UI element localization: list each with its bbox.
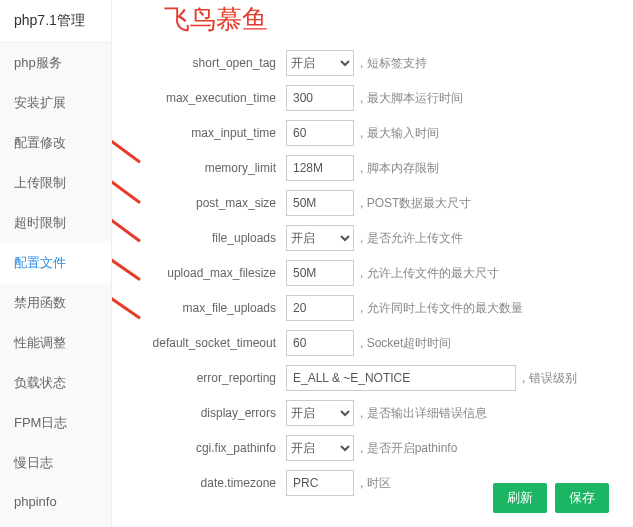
main-panel: 飞鸟慕鱼 short_open_tag开启, 短标签支持max_executio… [112, 0, 633, 527]
setting-desc: , 错误级别 [522, 370, 577, 387]
setting-field: 开启 [286, 435, 354, 461]
setting-desc-text: 允许上传文件的最大尺寸 [367, 266, 499, 280]
setting-field [286, 190, 354, 216]
separator: , [360, 301, 367, 315]
setting-select-short_open_tag[interactable]: 开启 [286, 50, 354, 76]
setting-select-display_errors[interactable]: 开启 [286, 400, 354, 426]
sidebar-item-9[interactable]: FPM日志 [0, 403, 111, 443]
setting-input-date.timezone[interactable] [286, 470, 354, 496]
setting-label: file_uploads [130, 231, 286, 245]
setting-desc-text: 错误级别 [529, 371, 577, 385]
setting-desc-text: 最大脚本运行时间 [367, 91, 463, 105]
separator: , [360, 441, 367, 455]
setting-row-memory_limit: memory_limit, 脚本内存限制 [130, 155, 615, 181]
sidebar-item-7[interactable]: 性能调整 [0, 323, 111, 363]
setting-field [286, 85, 354, 111]
setting-label: upload_max_filesize [130, 266, 286, 280]
setting-label: display_errors [130, 406, 286, 420]
setting-row-short_open_tag: short_open_tag开启, 短标签支持 [130, 50, 615, 76]
setting-field [286, 330, 354, 356]
refresh-button[interactable]: 刷新 [493, 483, 547, 513]
separator: , [360, 406, 367, 420]
setting-desc-text: 允许同时上传文件的最大数量 [367, 301, 523, 315]
app-root: php7.1管理 php服务安装扩展配置修改上传限制超时限制配置文件禁用函数性能… [0, 0, 633, 527]
setting-input-post_max_size[interactable] [286, 190, 354, 216]
sidebar-item-11[interactable]: phpinfo [0, 483, 111, 520]
setting-input-max_file_uploads[interactable] [286, 295, 354, 321]
setting-desc: , 最大输入时间 [360, 125, 439, 142]
setting-label: max_input_time [130, 126, 286, 140]
setting-input-memory_limit[interactable] [286, 155, 354, 181]
setting-row-cgi.fix_pathinfo: cgi.fix_pathinfo开启, 是否开启pathinfo [130, 435, 615, 461]
setting-desc: , 是否开启pathinfo [360, 440, 457, 457]
setting-field [286, 120, 354, 146]
separator: , [522, 371, 529, 385]
setting-field: 开启 [286, 50, 354, 76]
setting-input-error_reporting[interactable] [286, 365, 516, 391]
setting-row-max_execution_time: max_execution_time, 最大脚本运行时间 [130, 85, 615, 111]
sidebar-item-6[interactable]: 禁用函数 [0, 283, 111, 323]
setting-label: short_open_tag [130, 56, 286, 70]
setting-input-max_execution_time[interactable] [286, 85, 354, 111]
sidebar-item-5[interactable]: 配置文件 [0, 243, 111, 283]
save-button[interactable]: 保存 [555, 483, 609, 513]
setting-label: max_file_uploads [130, 301, 286, 315]
setting-desc: , POST数据最大尺寸 [360, 195, 471, 212]
setting-input-default_socket_timeout[interactable] [286, 330, 354, 356]
setting-desc: , 允许同时上传文件的最大数量 [360, 300, 523, 317]
sidebar-item-2[interactable]: 配置修改 [0, 123, 111, 163]
separator: , [360, 91, 367, 105]
sidebar-item-1[interactable]: 安装扩展 [0, 83, 111, 123]
setting-desc: , 是否输出详细错误信息 [360, 405, 487, 422]
setting-desc: , 是否允许上传文件 [360, 230, 463, 247]
setting-desc-text: POST数据最大尺寸 [367, 196, 472, 210]
setting-label: cgi.fix_pathinfo [130, 441, 286, 455]
setting-desc: , 最大脚本运行时间 [360, 90, 463, 107]
setting-label: memory_limit [130, 161, 286, 175]
setting-desc: , 短标签支持 [360, 55, 427, 72]
setting-field: 开启 [286, 400, 354, 426]
sidebar-item-3[interactable]: 上传限制 [0, 163, 111, 203]
setting-desc-text: 是否开启pathinfo [367, 441, 458, 455]
setting-input-upload_max_filesize[interactable] [286, 260, 354, 286]
setting-field [286, 155, 354, 181]
setting-select-file_uploads[interactable]: 开启 [286, 225, 354, 251]
separator: , [360, 336, 367, 350]
setting-desc-text: 是否输出详细错误信息 [367, 406, 487, 420]
separator: , [360, 126, 367, 140]
setting-desc: , 允许上传文件的最大尺寸 [360, 265, 499, 282]
sidebar-item-4[interactable]: 超时限制 [0, 203, 111, 243]
settings-form: short_open_tag开启, 短标签支持max_execution_tim… [130, 50, 615, 496]
action-bar: 刷新 保存 [493, 483, 609, 513]
separator: , [360, 196, 367, 210]
setting-field [286, 260, 354, 286]
setting-desc-text: 短标签支持 [367, 56, 427, 70]
setting-field: 开启 [286, 225, 354, 251]
setting-label: date.timezone [130, 476, 286, 490]
sidebar: php7.1管理 php服务安装扩展配置修改上传限制超时限制配置文件禁用函数性能… [0, 0, 112, 527]
setting-label: post_max_size [130, 196, 286, 210]
setting-desc-text: Socket超时时间 [367, 336, 452, 350]
sidebar-item-10[interactable]: 慢日志 [0, 443, 111, 483]
sidebar-item-8[interactable]: 负载状态 [0, 363, 111, 403]
separator: , [360, 231, 367, 245]
setting-row-max_file_uploads: max_file_uploads, 允许同时上传文件的最大数量 [130, 295, 615, 321]
setting-label: default_socket_timeout [130, 336, 286, 350]
watermark-text: 飞鸟慕鱼 [164, 2, 268, 37]
separator: , [360, 266, 367, 280]
separator: , [360, 161, 367, 175]
setting-row-post_max_size: post_max_size, POST数据最大尺寸 [130, 190, 615, 216]
separator: , [360, 476, 367, 490]
setting-row-default_socket_timeout: default_socket_timeout, Socket超时时间 [130, 330, 615, 356]
setting-row-error_reporting: error_reporting, 错误级别 [130, 365, 615, 391]
sidebar-item-0[interactable]: php服务 [0, 43, 111, 83]
setting-desc: , 脚本内存限制 [360, 160, 439, 177]
setting-desc: , 时区 [360, 475, 391, 492]
setting-desc-text: 时区 [367, 476, 391, 490]
setting-row-upload_max_filesize: upload_max_filesize, 允许上传文件的最大尺寸 [130, 260, 615, 286]
separator: , [360, 56, 367, 70]
setting-select-cgi.fix_pathinfo[interactable]: 开启 [286, 435, 354, 461]
setting-row-max_input_time: max_input_time, 最大输入时间 [130, 120, 615, 146]
setting-row-file_uploads: file_uploads开启, 是否允许上传文件 [130, 225, 615, 251]
setting-input-max_input_time[interactable] [286, 120, 354, 146]
